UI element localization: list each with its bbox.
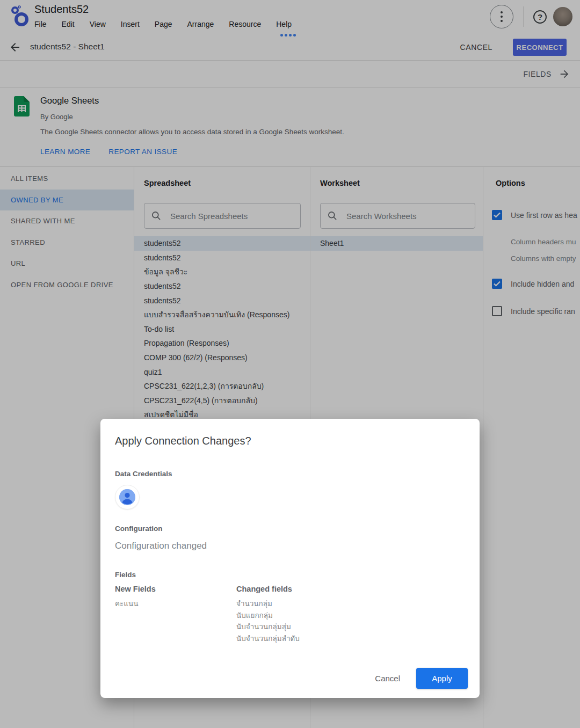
changed-fields-header: Changed fields [236,585,300,593]
dialog-title: Apply Connection Changes? [115,435,465,447]
credential-account-chip[interactable] [115,485,140,509]
credentials-label: Data Credentials [115,470,465,478]
dialog-cancel-button[interactable]: Cancel [375,674,400,683]
new-field-item: คะแนน [115,598,236,610]
fields-columns: New Fields คะแนน Changed fields จำนวนกลุ… [115,585,465,644]
changed-fields-column: Changed fields จำนวนกลุ่มนับแยกกลุ่มนับจ… [236,585,300,644]
new-fields-list: คะแนน [115,598,236,610]
changed-field-item: นับแยกกลุ่ม [236,610,300,622]
new-fields-column: New Fields คะแนน [115,585,236,644]
dialog-apply-button[interactable]: Apply [416,668,468,689]
changed-fields-list: จำนวนกลุ่มนับแยกกลุ่มนับจำนวนกลุ่มสุ่มนั… [236,598,300,644]
configuration-label: Configuration [115,525,465,533]
configuration-status: Configuration changed [115,541,465,551]
account-avatar-icon [119,489,135,505]
dialog-footer: Cancel Apply [375,668,468,689]
apply-changes-dialog: Apply Connection Changes? Data Credentia… [100,419,480,698]
new-fields-header: New Fields [115,585,236,593]
changed-field-item: นับจำนวนกลุ่มสุ่ม [236,621,300,633]
changed-field-item: จำนวนกลุ่ม [236,598,300,610]
looker-studio-connector-page: Students52 FileEditViewInsertPageArrange… [0,0,580,728]
fields-section-label: Fields [115,571,465,579]
changed-field-item: นับจำนวนกลุ่มลำดับ [236,633,300,645]
